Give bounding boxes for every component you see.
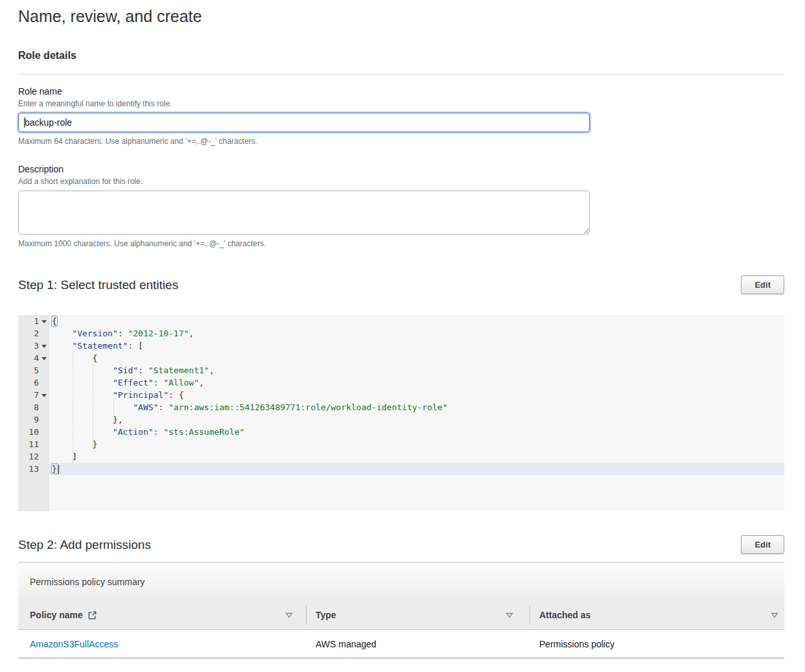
fold-arrow-icon[interactable] bbox=[41, 320, 47, 323]
section-divider bbox=[18, 74, 784, 75]
editor-line-number: 4 bbox=[18, 352, 49, 364]
page: Name, review, and create Role details Ro… bbox=[0, 6, 805, 658]
step1-edit-button[interactable]: Edit bbox=[741, 275, 784, 294]
policy-name-link[interactable]: AmazonS3FullAccess bbox=[30, 639, 118, 649]
editor-line[interactable]: 13} bbox=[18, 463, 784, 475]
editor-code-line[interactable]: ] bbox=[49, 450, 784, 463]
editor-line-number: 10 bbox=[18, 426, 49, 438]
description-constraint: Maximum 1000 characters. Use alphanumeri… bbox=[18, 239, 784, 248]
role-details-heading: Role details bbox=[18, 49, 784, 62]
editor-code-line[interactable]: "Sid": "Statement1", bbox=[49, 364, 784, 377]
editor-caret bbox=[58, 465, 59, 474]
editor-line[interactable]: 3 "Statement": [ bbox=[18, 340, 784, 352]
sort-triangle-icon[interactable] bbox=[285, 610, 293, 620]
step1-section: Step 1: Select trusted entities Edit 1{2… bbox=[18, 275, 784, 511]
editor-line[interactable]: 7 "Principal": { bbox=[18, 389, 784, 401]
editor-line[interactable]: 10 "Action": "sts:AssumeRole" bbox=[18, 426, 784, 438]
step1-heading: Step 1: Select trusted entities bbox=[18, 277, 178, 292]
step2-section: Step 2: Add permissions Edit Permissions… bbox=[18, 535, 784, 658]
editor-code-line[interactable]: } bbox=[49, 463, 784, 475]
editor-code-line[interactable]: "Statement": [ bbox=[49, 340, 784, 352]
editor-code-line[interactable]: "Version": "2012-10-17", bbox=[49, 327, 784, 340]
editor-line-number: 1 bbox=[18, 315, 49, 327]
editor-line-number: 7 bbox=[18, 389, 49, 401]
sort-triangle-icon[interactable] bbox=[506, 610, 513, 620]
editor-code-line[interactable]: "Action": "sts:AssumeRole" bbox=[49, 426, 784, 438]
editor-code-line[interactable]: "Effect": "Allow", bbox=[49, 377, 784, 389]
role-name-hint: Enter a meaningful name to identify this… bbox=[18, 99, 784, 108]
editor-line[interactable]: 8 "AWS": "arn:aws:iam::541263489771:role… bbox=[18, 401, 784, 413]
editor-line-number: 13 bbox=[18, 463, 49, 475]
editor-line[interactable]: 6 "Effect": "Allow", bbox=[18, 377, 784, 389]
role-name-input-wrap bbox=[18, 113, 590, 132]
indent-guide bbox=[73, 352, 73, 463]
role-details-section: Role details Role name Enter a meaningfu… bbox=[18, 49, 784, 248]
sort-triangle-icon[interactable] bbox=[771, 610, 778, 620]
column-label: Policy name bbox=[30, 610, 83, 620]
editor-line[interactable]: 1{ bbox=[18, 315, 784, 327]
indent-guide bbox=[93, 364, 93, 450]
column-header-attached-as: Attached as bbox=[530, 601, 784, 629]
policy-table-header: Policy name Type At bbox=[18, 601, 784, 630]
policy-editor-lines: 1{2 "Version": "2012-10-17",3 "Statement… bbox=[18, 315, 784, 475]
column-label: Attached as bbox=[539, 610, 590, 620]
description-textarea[interactable] bbox=[18, 191, 590, 235]
role-name-input[interactable] bbox=[18, 113, 590, 132]
description-label: Description bbox=[18, 164, 784, 175]
trust-policy-editor[interactable]: 1{2 "Version": "2012-10-17",3 "Statement… bbox=[18, 315, 784, 511]
editor-line[interactable]: 4 { bbox=[18, 352, 784, 364]
step2-edit-button[interactable]: Edit bbox=[741, 535, 784, 554]
editor-line-number: 3 bbox=[18, 340, 49, 352]
column-header-type: Type bbox=[307, 601, 530, 629]
editor-line-number: 11 bbox=[18, 438, 49, 450]
external-link-icon bbox=[88, 610, 97, 620]
permissions-summary-title: Permissions policy summary bbox=[30, 577, 145, 587]
policy-type-cell: AWS managed bbox=[307, 639, 530, 649]
editor-line[interactable]: 5 "Sid": "Statement1", bbox=[18, 364, 784, 377]
editor-code-line[interactable]: } bbox=[49, 438, 784, 450]
editor-line-number: 12 bbox=[18, 450, 49, 463]
role-name-constraint: Maximum 64 characters. Use alphanumeric … bbox=[18, 137, 784, 146]
editor-code-line[interactable]: { bbox=[49, 315, 784, 327]
editor-line-number: 5 bbox=[18, 364, 49, 377]
table-row: AmazonS3FullAccessAWS managedPermissions… bbox=[18, 630, 784, 658]
editor-code-line[interactable]: "AWS": "arn:aws:iam::541263489771:role/w… bbox=[49, 401, 784, 413]
policy-attached-as-cell: Permissions policy bbox=[530, 639, 784, 649]
editor-code-line[interactable]: "Principal": { bbox=[49, 389, 784, 401]
column-label: Type bbox=[316, 610, 336, 620]
fold-arrow-icon[interactable] bbox=[41, 357, 47, 360]
page-title: Name, review, and create bbox=[18, 6, 784, 26]
editor-line-number: 2 bbox=[18, 327, 49, 340]
policy-table-body: AmazonS3FullAccessAWS managedPermissions… bbox=[18, 630, 784, 658]
editor-line-number: 8 bbox=[18, 401, 49, 413]
editor-line[interactable]: 12 ] bbox=[18, 450, 784, 463]
fold-arrow-icon[interactable] bbox=[41, 345, 47, 348]
step2-heading: Step 2: Add permissions bbox=[18, 537, 151, 552]
editor-line-number: 9 bbox=[18, 413, 49, 426]
editor-line[interactable]: 9 }, bbox=[18, 413, 784, 426]
column-header-policy-name: Policy name bbox=[18, 601, 307, 629]
editor-code-line[interactable]: }, bbox=[49, 413, 784, 426]
description-hint: Add a short explanation for this role. bbox=[18, 177, 784, 186]
editor-line[interactable]: 2 "Version": "2012-10-17", bbox=[18, 327, 784, 340]
fold-arrow-icon[interactable] bbox=[41, 394, 47, 397]
permissions-summary-panel: Permissions policy summary bbox=[18, 562, 784, 601]
text-caret bbox=[24, 117, 25, 128]
editor-line-number: 6 bbox=[18, 377, 49, 389]
role-name-label: Role name bbox=[18, 86, 784, 97]
editor-line[interactable]: 11 } bbox=[18, 438, 784, 450]
indent-guide bbox=[113, 401, 114, 426]
editor-code-line[interactable]: { bbox=[49, 352, 784, 364]
